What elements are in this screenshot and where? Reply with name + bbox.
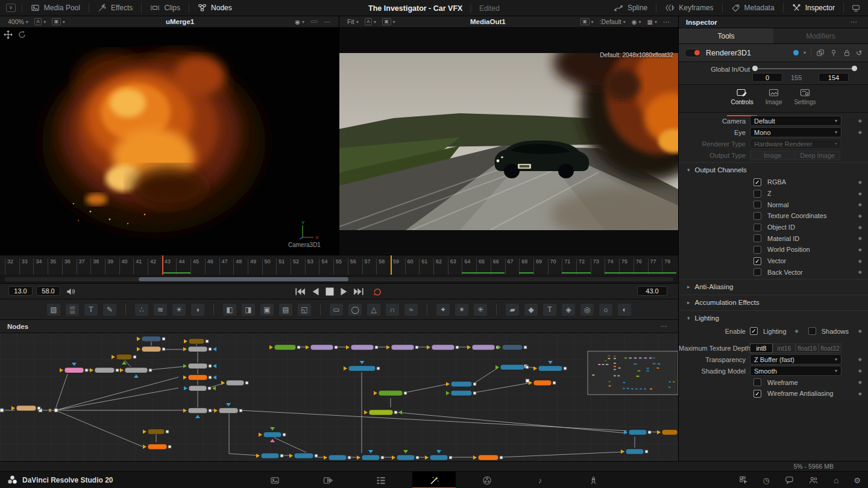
node-graph-minimap[interactable] (588, 351, 678, 395)
nodes-panel-options-button[interactable]: ⋯ (658, 322, 671, 330)
graph-node-teal[interactable] (362, 455, 380, 460)
range-handle-right[interactable] (852, 66, 857, 71)
graph-node-gray[interactable] (95, 368, 115, 373)
graph-node-teal[interactable] (261, 453, 279, 458)
graph-node-gray[interactable] (125, 368, 148, 373)
range-out-field[interactable]: 58.0 (36, 286, 60, 296)
right-viewer-canvas[interactable]: Default: 2048x1080xfloat32 (339, 28, 678, 255)
timeline-ruler[interactable]: 3233343536373839404142434445464748495051… (0, 255, 678, 275)
section-accumulation-effects[interactable]: ▸ Accumulation Effects (679, 295, 868, 309)
tab-tools[interactable]: Tools (679, 28, 773, 43)
global-range-slider[interactable] (755, 68, 855, 69)
ruler-frame-70[interactable]: 70 (548, 258, 556, 275)
key-diamond-icon[interactable]: ◆ (858, 269, 862, 275)
ellipse-mask-tool-button[interactable]: ◯ (348, 304, 362, 316)
color-corrector-tool-button[interactable]: ☀ (172, 304, 186, 316)
shadows-checkbox[interactable] (808, 327, 816, 335)
ruler-frame-48[interactable]: 48 (233, 258, 242, 275)
key-diamond-icon[interactable]: ◆ (858, 180, 862, 185)
p-spawn-tool-button[interactable]: ✳ (474, 304, 487, 316)
graph-node-lime[interactable] (369, 410, 393, 415)
texture-depth-option-float32[interactable]: float32 (819, 343, 841, 353)
text-plus-tool-button[interactable]: T (84, 304, 98, 316)
ruler-frame-45[interactable]: 45 (190, 258, 199, 275)
graph-node-purple[interactable] (472, 345, 495, 350)
ruler-frame-49[interactable]: 49 (248, 258, 256, 275)
right-split-select[interactable]: ▣▾ (577, 18, 597, 25)
key-diamond-icon[interactable]: ◆ (858, 380, 862, 385)
graph-node-orange[interactable] (188, 375, 207, 380)
graph-node-orange[interactable] (533, 380, 552, 386)
tab-modifiers[interactable]: Modifiers (773, 28, 868, 43)
section-lighting[interactable]: ▾ Lighting (679, 310, 868, 325)
polygon-mask-tool-button[interactable]: △ (367, 304, 380, 316)
key-diamond-icon[interactable]: ◆ (795, 328, 799, 334)
ruler-frame-60[interactable]: 60 (405, 258, 414, 275)
stop-button[interactable] (324, 287, 335, 296)
spot-light-tool-button[interactable]: ☼ (599, 304, 612, 316)
go-to-end-button[interactable] (353, 287, 364, 296)
key-diamond-icon[interactable]: ◆ (858, 191, 862, 196)
graph-node-orange[interactable] (478, 455, 498, 460)
ruler-frame-37[interactable]: 37 (77, 258, 85, 275)
graph-node-gray[interactable] (188, 408, 207, 413)
p-emitter-tool-button[interactable]: ✦ (436, 304, 450, 316)
channel-checkbox[interactable]: ✓ (753, 257, 761, 265)
channel-checkbox[interactable]: ✓ (753, 178, 761, 186)
key-diamond-icon[interactable]: ◆ (858, 391, 862, 396)
graph-node-teal[interactable] (451, 381, 472, 387)
graph-node-pink[interactable] (64, 368, 84, 373)
collaboration-icon[interactable] (809, 476, 819, 484)
keyframes-button[interactable]: Keyframes (656, 0, 722, 16)
left-frame-button[interactable] (307, 20, 321, 23)
graph-node-teal[interactable] (626, 449, 644, 454)
global-in-field[interactable]: 0 (752, 73, 782, 82)
channel-checkbox[interactable] (753, 212, 761, 220)
right-grid-select[interactable]: ▦▾ (644, 19, 660, 25)
graph-node-gray[interactable] (226, 380, 244, 386)
graph-node-teal[interactable] (294, 453, 313, 458)
right-lut-select[interactable]: :Default▾ (597, 18, 629, 25)
ruler-frame-56[interactable]: 56 (348, 258, 356, 275)
hue-curves-tool-button[interactable]: ◖ (191, 304, 204, 316)
channel-checkbox[interactable] (753, 201, 761, 208)
section-anti-aliasing[interactable]: ▸ Anti-Aliasing (679, 279, 868, 293)
ruler-frame-63[interactable]: 63 (448, 258, 456, 275)
page-tab-media[interactable] (253, 472, 297, 488)
reset-icon[interactable]: ↺ (856, 49, 862, 57)
rotate-tool-icon[interactable] (17, 30, 27, 39)
node-graph[interactable] (0, 333, 678, 461)
wireframe-aa-checkbox[interactable]: ✓ (753, 390, 761, 398)
transform-tool-button[interactable]: ◱ (298, 304, 311, 316)
left-channel-select[interactable]: A▾ (31, 18, 49, 25)
scrollbar-thumb[interactable] (139, 277, 348, 281)
presentation-button[interactable] (844, 0, 868, 16)
key-diamond-icon[interactable]: ◆ (858, 213, 862, 219)
left-stereo-select[interactable]: ◉▾ (292, 19, 307, 25)
page-tab-deliver[interactable] (571, 472, 615, 488)
graph-node-teal[interactable] (629, 430, 647, 435)
graph-node-teal[interactable] (430, 455, 448, 460)
graph-node-teal[interactable] (397, 455, 415, 460)
ruler-frame-58[interactable]: 58 (376, 258, 385, 275)
texture-depth-option-float16[interactable]: float16 (796, 343, 819, 353)
ruler-frame-39[interactable]: 39 (105, 258, 113, 275)
right-buffer-select[interactable]: ▣▾ (379, 18, 398, 25)
ruler-frame-69[interactable]: 69 (533, 258, 542, 275)
graph-node-orange[interactable] (148, 444, 167, 449)
lighting-checkbox[interactable]: ✓ (750, 327, 758, 335)
channel-booleans-tool-button[interactable]: ▤ (279, 304, 292, 316)
ruler-frame-52[interactable]: 52 (291, 258, 299, 275)
graph-node-steel[interactable] (142, 336, 161, 342)
node-color-dot[interactable] (793, 50, 799, 55)
ruler-frame-62[interactable]: 62 (433, 258, 442, 275)
graph-node-gray[interactable] (189, 386, 207, 391)
timeline-marker[interactable] (391, 255, 392, 275)
inspector-options-button[interactable]: ⋯ (848, 18, 861, 26)
graph-node-teal[interactable] (348, 366, 376, 371)
ruler-frame-38[interactable]: 38 (90, 258, 99, 275)
ruler-frame-42[interactable]: 42 (148, 258, 156, 275)
right-channel-select[interactable]: A▾ (362, 18, 379, 25)
magic-mask-tool-button[interactable]: ≈ (404, 304, 418, 316)
tab-settings[interactable]: Settings (793, 89, 817, 112)
